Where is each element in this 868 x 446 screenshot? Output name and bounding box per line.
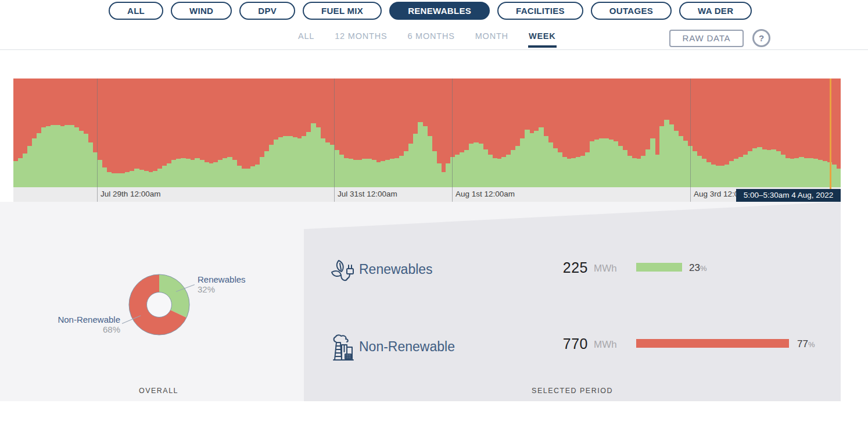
raw-data-button[interactable]: RAW DATA	[669, 30, 744, 47]
selected-renewables-value: 225	[518, 259, 588, 276]
timeline-gridline	[334, 79, 335, 202]
tab-12-months[interactable]: 12 MONTHS	[334, 28, 388, 48]
selected-nonrenewable-bar	[636, 339, 789, 348]
period-tabs: ALL12 MONTHS6 MONTHSMONTHWEEK	[297, 28, 557, 48]
donut-pct-nonrenewable: 68%	[35, 324, 120, 334]
filter-facilities[interactable]: FACILITIES	[497, 2, 583, 20]
filter-outages[interactable]: OUTAGES	[591, 2, 672, 20]
selected-nonrenewable-unit: MWh	[594, 339, 617, 351]
selected-period-panel	[0, 202, 841, 401]
selected-time-tooltip: 5:00–5:30am 4 Aug, 2022	[736, 189, 841, 202]
summary-section: Renewables 32% Non-Renewable 68% OVERALL…	[0, 202, 841, 401]
timeline-axis-label: Jul 29th 12:00am	[101, 190, 161, 198]
tab-6-months[interactable]: 6 MONTHS	[407, 28, 455, 48]
selected-nonrenewable-value: 770	[518, 336, 588, 352]
pct-number: 77	[797, 338, 808, 349]
tab-week[interactable]: WEEK	[528, 28, 557, 48]
timeline-chart: Jul 29th 12:00amJul 31st 12:00amAug 1st …	[13, 79, 841, 202]
pct-number: 23	[689, 262, 700, 273]
donut-hole	[147, 292, 172, 317]
overall-title: OVERALL	[101, 387, 217, 395]
selected-nonrenewable-pct: 77%	[797, 338, 815, 350]
selected-period-title: SELECTED PERIOD	[514, 387, 630, 395]
factory-icon	[329, 334, 357, 362]
selected-time-marker[interactable]	[830, 79, 831, 189]
timeline-axis: Jul 29th 12:00amJul 31st 12:00amAug 1st …	[13, 187, 841, 202]
selected-renewables-bar	[636, 263, 682, 272]
selected-renewables-pct: 23%	[689, 262, 706, 274]
donut-label-nonrenewable: Non-Renewable	[35, 315, 120, 324]
selected-renewables-label: Renewables	[359, 262, 433, 277]
donut-pct-renewables: 32%	[198, 284, 215, 294]
timeline-axis-label: Jul 31st 12:00am	[338, 190, 397, 198]
pct-sign: %	[700, 264, 707, 273]
filter-nav: ALLWINDDPVFUEL MIXRENEWABLESFACILITIESOU…	[109, 2, 752, 20]
timeline-gridline	[690, 79, 691, 202]
overall-donut-chart	[128, 273, 191, 336]
filter-fuel-mix[interactable]: FUEL MIX	[303, 2, 382, 20]
filter-renewables[interactable]: RENEWABLES	[389, 2, 490, 20]
timeline-gridline	[452, 79, 453, 202]
filter-wa-der[interactable]: WA DER	[679, 2, 752, 20]
filter-dpv[interactable]: DPV	[239, 2, 295, 20]
tab-month[interactable]: MONTH	[475, 28, 509, 48]
toolbar-right: RAW DATA ?	[669, 29, 770, 47]
leaf-plug-icon	[330, 259, 357, 285]
selected-nonrenewable-label: Non-Renewable	[359, 339, 455, 355]
tab-all[interactable]: ALL	[297, 28, 315, 48]
donut-label-renewables: Renewables	[198, 274, 246, 284]
timeline-axis-label: Aug 1st 12:00am	[455, 190, 515, 198]
help-icon[interactable]: ?	[752, 29, 770, 47]
timeline-plot[interactable]	[13, 79, 841, 187]
selected-renewables-unit: MWh	[594, 263, 617, 274]
timeline-gridline	[97, 79, 98, 202]
filter-all[interactable]: ALL	[109, 2, 163, 20]
header-divider	[0, 49, 868, 50]
filter-wind[interactable]: WIND	[171, 2, 232, 20]
renewables-area-bar	[836, 169, 841, 187]
pct-sign: %	[808, 340, 815, 349]
